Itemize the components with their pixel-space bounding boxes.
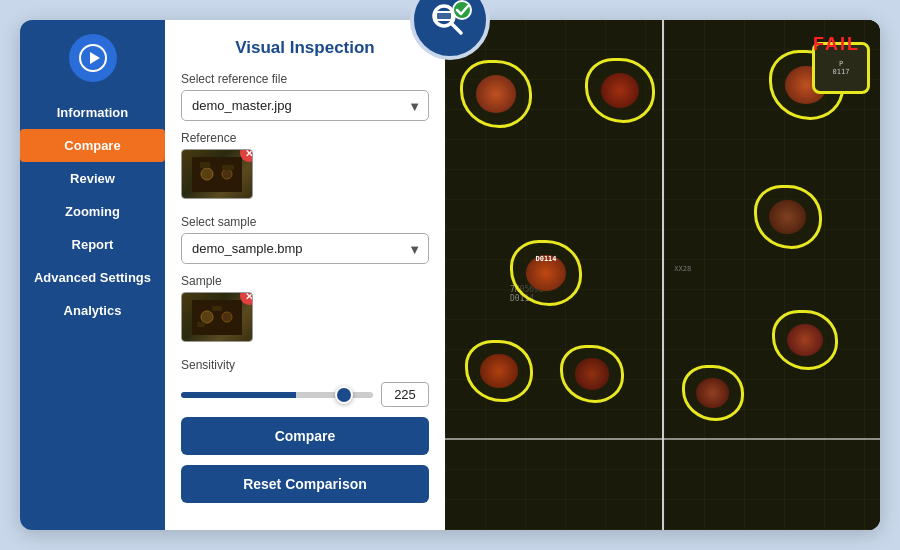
app-logo (69, 34, 117, 82)
sample-section-label: Sample (181, 274, 429, 288)
sample-thumbnail: ✕ (181, 292, 253, 342)
sensitivity-slider[interactable] (181, 392, 373, 398)
sample-dropdown-wrapper: demo_sample.bmp ▼ (181, 233, 429, 264)
sample-thumbnail-area: ✕ (181, 292, 429, 342)
svg-rect-9 (200, 162, 210, 168)
sidebar-item-zooming[interactable]: Zooming (20, 195, 165, 228)
svg-point-12 (201, 311, 213, 323)
divider-line (445, 438, 880, 440)
sidebar-item-advanced-settings[interactable]: Advanced Settings (20, 261, 165, 294)
reference-file-label: Select reference file (181, 72, 429, 86)
sidebar-item-review[interactable]: Review (20, 162, 165, 195)
sensitivity-value-input[interactable] (381, 382, 429, 407)
reset-comparison-button[interactable]: Reset Comparison (181, 465, 429, 503)
svg-point-3 (453, 1, 471, 19)
sample-file-dropdown[interactable]: demo_sample.bmp (181, 233, 429, 264)
svg-point-7 (201, 168, 213, 180)
reference-section-label: Reference (181, 131, 429, 145)
svg-rect-1 (436, 12, 452, 20)
panel-title: Visual Inspection (181, 38, 429, 58)
reference-image-view: 7N05698D0114 D0114 (445, 20, 662, 530)
sidebar-item-report[interactable]: Report (20, 228, 165, 261)
reference-thumbnail: ✕ (181, 149, 253, 199)
reference-section: Reference ✕ (181, 131, 429, 205)
sensitivity-slider-row (181, 382, 429, 407)
svg-rect-14 (212, 306, 222, 311)
sample-image-view: FAIL XX28 P0117 (662, 20, 881, 530)
sample-section: Sample ✕ (181, 274, 429, 348)
sidebar-item-information[interactable]: Information (20, 96, 165, 129)
sidebar: Information Compare Review Zooming Repor… (20, 20, 165, 530)
reference-file-dropdown[interactable]: demo_master.jpg (181, 90, 429, 121)
sidebar-item-compare[interactable]: Compare (20, 129, 165, 162)
reference-file-section: Select reference file demo_master.jpg ▼ (181, 72, 429, 121)
svg-rect-10 (222, 165, 234, 170)
svg-line-2 (451, 23, 461, 33)
svg-point-13 (222, 312, 232, 322)
sidebar-nav: Information Compare Review Zooming Repor… (20, 96, 165, 327)
svg-rect-15 (197, 322, 205, 327)
center-panel: Visual Inspection Select reference file … (165, 20, 445, 530)
image-panel: 7N05698D0114 D0114 FAIL (445, 20, 880, 530)
fail-label: FAIL (813, 34, 860, 55)
reference-dropdown-wrapper: demo_master.jpg ▼ (181, 90, 429, 121)
main-container: Information Compare Review Zooming Repor… (20, 20, 880, 530)
compare-button[interactable]: Compare (181, 417, 429, 455)
sidebar-item-analytics[interactable]: Analytics (20, 294, 165, 327)
svg-marker-5 (90, 52, 100, 64)
svg-point-8 (222, 169, 232, 179)
sample-file-section: Select sample demo_sample.bmp ▼ (181, 215, 429, 264)
sensitivity-label: Sensitivity (181, 358, 429, 372)
svg-rect-11 (192, 300, 242, 335)
reference-thumbnail-area: ✕ (181, 149, 429, 199)
sample-file-label: Select sample (181, 215, 429, 229)
svg-rect-6 (192, 157, 242, 192)
sensitivity-section: Sensitivity (181, 358, 429, 407)
